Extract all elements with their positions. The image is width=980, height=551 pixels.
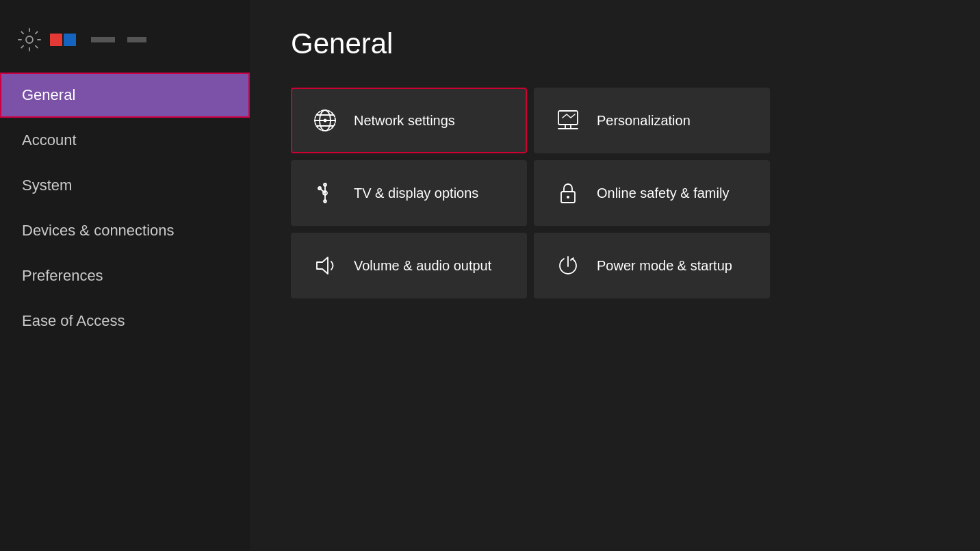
tile-volume[interactable]: Volume & audio output — [291, 233, 527, 298]
sidebar-item-label: Account — [22, 131, 77, 149]
svg-rect-7 — [558, 111, 578, 125]
tile-online-safety[interactable]: Online safety & family — [534, 160, 770, 226]
svg-point-18 — [567, 196, 569, 198]
tile-online-safety-label: Online safety & family — [597, 185, 729, 201]
svg-point-6 — [324, 120, 326, 122]
power-icon — [556, 253, 580, 278]
tile-personalization-label: Personalization — [597, 113, 691, 129]
logo-blocks — [50, 34, 76, 46]
sidebar-item-general[interactable]: General — [0, 73, 250, 118]
volume-icon — [313, 253, 337, 278]
sidebar-header — [0, 21, 250, 73]
svg-marker-19 — [317, 257, 328, 274]
tile-network-label: Network settings — [354, 113, 455, 129]
logo-dash2 — [127, 37, 146, 42]
logo-block-blue — [64, 34, 76, 46]
tile-volume-label: Volume & audio output — [354, 258, 491, 274]
tile-power-label: Power mode & startup — [597, 258, 732, 274]
tile-network[interactable]: Network settings — [291, 88, 527, 153]
tile-tv-display[interactable]: TV & display options — [291, 160, 527, 226]
settings-grid: Network settings Personalization — [291, 88, 770, 298]
logo-dash1 — [91, 37, 115, 42]
app-container: General Account System Devices & connect… — [0, 0, 980, 551]
sidebar-item-ease[interactable]: Ease of Access — [0, 298, 250, 344]
svg-point-0 — [26, 36, 33, 43]
tile-power[interactable]: Power mode & startup — [534, 233, 770, 298]
sidebar-item-label: General — [22, 86, 75, 103]
sidebar-nav: General Account System Devices & connect… — [0, 73, 250, 344]
tile-tv-display-label: TV & display options — [354, 185, 478, 201]
tile-personalization[interactable]: Personalization — [534, 88, 770, 153]
main-content: General Network settings — [250, 0, 980, 551]
personalization-icon — [556, 108, 580, 133]
sidebar: General Account System Devices & connect… — [0, 0, 250, 551]
tv-display-icon — [313, 181, 337, 205]
network-icon — [313, 108, 337, 133]
gear-icon — [17, 27, 42, 52]
sidebar-item-preferences[interactable]: Preferences — [0, 253, 250, 298]
page-title: General — [291, 27, 939, 60]
lock-icon — [556, 181, 580, 205]
logo-block-red — [50, 34, 62, 46]
sidebar-item-label: Devices & connections — [22, 222, 175, 239]
sidebar-item-label: Preferences — [22, 267, 103, 284]
sidebar-item-account[interactable]: Account — [0, 118, 250, 163]
sidebar-item-label: Ease of Access — [22, 312, 125, 329]
sidebar-item-system[interactable]: System — [0, 163, 250, 208]
sidebar-item-devices[interactable]: Devices & connections — [0, 208, 250, 253]
sidebar-item-label: System — [22, 177, 72, 194]
